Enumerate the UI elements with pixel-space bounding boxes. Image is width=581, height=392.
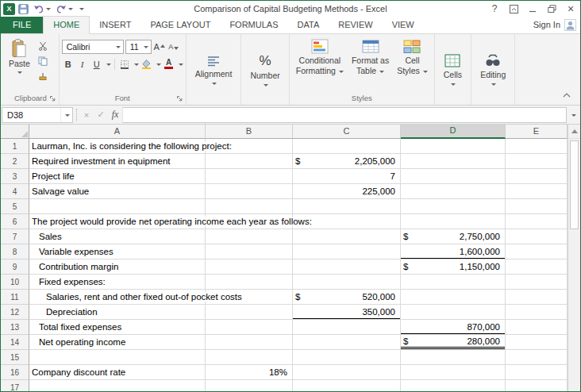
cell-E6[interactable] [506,214,568,229]
row-header-8[interactable]: 8 [1,244,29,259]
format-painter-button[interactable] [36,70,50,82]
cell-D15[interactable] [401,350,506,365]
redo-button[interactable] [54,4,75,14]
cell-B8[interactable] [206,244,293,259]
column-header-D[interactable]: D [401,125,506,139]
borders-button[interactable] [118,57,131,71]
cell-B10[interactable] [206,275,293,290]
cell-C8[interactable] [293,244,401,259]
cell-D13[interactable]: 870,000 [401,320,506,335]
cell-D6[interactable] [401,214,506,229]
name-box-dropdown[interactable] [60,108,72,122]
cell-D7[interactable]: $2,750,000 [401,229,506,244]
cell-C16[interactable] [293,365,401,380]
underline-dropdown-arrow[interactable] [106,63,111,68]
cell-styles-button[interactable]: Cell Styles [393,36,432,91]
vertical-scrollbar[interactable] [568,125,580,391]
cell-A2[interactable]: Required investment in equipment [29,154,206,169]
tab-home[interactable]: HOME [43,16,90,34]
cell-E16[interactable] [506,365,568,380]
cell-B16[interactable]: 18% [206,365,293,380]
collapse-ribbon-button[interactable] [560,89,574,101]
cell-D1[interactable] [401,139,506,154]
cell-A9[interactable]: Contribution margin [29,259,206,275]
expand-formula-bar-button[interactable] [567,113,579,117]
cell-D4[interactable] [401,184,506,199]
help-button[interactable]: ? [485,2,504,16]
cell-C4[interactable]: 225,000 [293,184,401,199]
cell-C13[interactable] [293,320,401,335]
scroll-thumb[interactable] [570,140,579,229]
cell-B14[interactable] [206,335,293,350]
cell-E7[interactable] [506,229,568,244]
row-header-17[interactable]: 17 [1,380,29,391]
minimize-button[interactable] [523,2,542,16]
conditional-formatting-button[interactable]: Conditional Formatting [292,36,348,91]
font-family-select[interactable]: Calibri [62,40,124,54]
format-as-table-button[interactable]: Format as Table [348,36,393,91]
cell-B7[interactable] [206,229,293,244]
cell-E12[interactable] [506,305,568,320]
undo-dropdown-arrow[interactable] [46,8,51,13]
cell-C1[interactable] [293,139,401,154]
cell-E14[interactable] [506,335,568,350]
cell-E5[interactable] [506,199,568,214]
cell-D8[interactable]: 1,600,000 [401,244,506,259]
cell-D17[interactable] [401,380,506,391]
cell-E1[interactable] [506,139,568,154]
cell-B3[interactable] [206,169,293,184]
cell-A3[interactable]: Project life [29,169,206,184]
sign-in-button[interactable]: Sign In [533,16,580,33]
fill-color-button[interactable] [140,57,153,71]
tab-data[interactable]: DATA [288,16,329,33]
close-button[interactable]: × [561,2,580,16]
cell-B13[interactable] [206,320,293,335]
tab-view[interactable]: VIEW [383,16,424,33]
number-button[interactable]: % Number [244,36,286,105]
cell-A13[interactable]: Total fixed expenses [29,320,206,335]
cell-A14[interactable]: Net operating income [29,335,206,350]
name-box[interactable]: D38 [2,107,73,123]
cell-E15[interactable] [506,350,568,365]
cell-B17[interactable] [206,380,293,391]
cell-D16[interactable] [401,365,506,380]
cell-A11[interactable]: Salaries, rent and other fixed out-of po… [29,290,206,305]
decrease-font-size-button[interactable]: A [167,40,180,54]
cell-C15[interactable] [293,350,401,365]
cut-button[interactable] [36,40,50,52]
row-header-16[interactable]: 16 [1,365,29,380]
cell-D11[interactable] [401,290,506,305]
cell-E8[interactable] [506,244,568,259]
cell-B15[interactable] [206,350,293,365]
cell-A6[interactable]: The project would provide net operating … [29,214,206,229]
cell-C11[interactable]: $520,000 [293,290,401,305]
cell-D14[interactable]: $280,000 [401,335,506,350]
row-header-13[interactable]: 13 [1,320,29,335]
fill-color-dropdown-arrow[interactable] [156,63,161,68]
column-header-E[interactable]: E [506,125,568,139]
alignment-button[interactable]: Alignment [189,36,239,105]
cell-C2[interactable]: $2,205,000 [293,154,401,169]
undo-button[interactable] [32,4,52,14]
cell-D2[interactable] [401,154,506,169]
formula-enter-button[interactable]: ✓ [94,108,108,122]
cell-C3[interactable]: 7 [293,169,401,184]
row-header-5[interactable]: 5 [1,199,29,214]
cell-D5[interactable] [401,199,506,214]
font-size-select[interactable]: 11 [125,40,152,54]
cell-D9[interactable]: $1,150,000 [401,259,506,275]
cell-B9[interactable] [206,259,293,275]
cell-C17[interactable] [293,380,401,391]
cell-B12[interactable] [206,305,293,320]
cell-B2[interactable] [206,154,293,169]
column-header-A[interactable]: A [29,125,206,139]
cell-E17[interactable] [506,380,568,391]
cell-D3[interactable] [401,169,506,184]
cell-B5[interactable] [206,199,293,214]
cell-A15[interactable] [29,350,206,365]
select-all-button[interactable] [1,125,29,139]
cell-C9[interactable] [293,259,401,275]
clipboard-dialog-launcher[interactable] [49,95,56,102]
cell-C10[interactable] [293,275,401,290]
tab-formulas[interactable]: FORMULAS [220,16,287,33]
